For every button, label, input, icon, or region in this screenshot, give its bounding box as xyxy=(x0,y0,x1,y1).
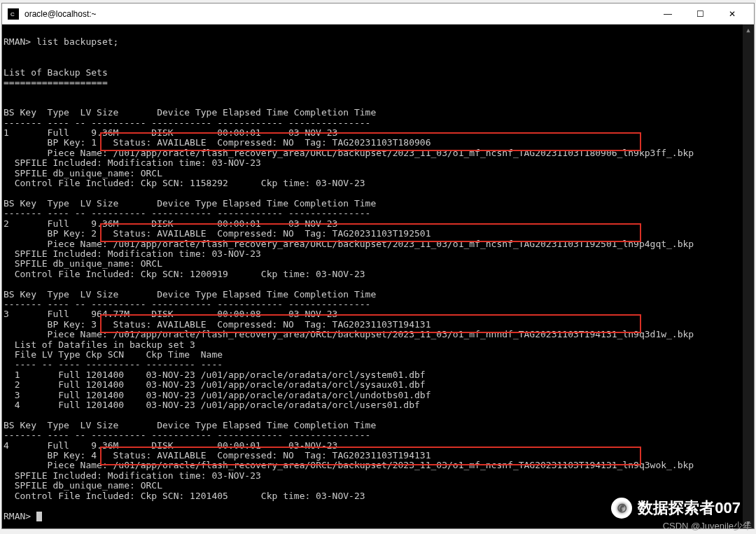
bs2-sp1: SPFILE Included: Modification time: 03-N… xyxy=(4,248,261,259)
col-dash4: ------- ---- -- ---------- ----------- -… xyxy=(4,430,370,440)
bs4-piece-label: Piece Name: xyxy=(4,460,113,470)
bs1-piece-label: Piece Name: xyxy=(4,148,113,158)
terminal-icon: C xyxy=(8,8,19,20)
bs3-piece-path: /u01/app/oracle/flash_recovery_area/ORCL… xyxy=(113,329,694,339)
bs3-df1: 1 Full 1201400 03-NOV-23 /u01/app/oracle… xyxy=(4,370,426,380)
bs1-ctrl: Control File Included: Ckp SCN: 1158292 … xyxy=(4,178,365,188)
watermark: ✆ 数据探索者007 xyxy=(611,498,741,519)
window-titlebar: C oracle@localhost:~ — ☐ ✕ xyxy=(2,3,754,24)
terminal-window: C oracle@localhost:~ — ☐ ✕ RMAN> list ba… xyxy=(1,3,755,529)
minimize-button[interactable]: — xyxy=(652,3,684,24)
window-title: oracle@localhost:~ xyxy=(24,9,652,19)
bs3-df-cols: File LV Type Ckp SCN Ckp Time Name xyxy=(4,349,223,360)
bs1-row: 1 Full 9.36M DISK 00:00:01 03-NOV-23 xyxy=(4,127,337,138)
bs2-ctrl: Control File Included: Ckp SCN: 1200919 … xyxy=(4,269,365,279)
scrollbar[interactable]: ▲ ▼ xyxy=(743,24,754,528)
col-header: BS Key Type LV Size Device Type Elapsed … xyxy=(4,107,376,118)
scroll-up-icon[interactable]: ▲ xyxy=(743,24,754,36)
col-header4: BS Key Type LV Size Device Type Elapsed … xyxy=(4,420,376,430)
bs3-row: 3 Full 964.77M DISK 00:00:08 03-NOV-23 xyxy=(4,309,337,319)
bs4-row: 4 Full 9.36M DISK 00:00:01 03-NOV-23 xyxy=(4,440,337,451)
bs3-df2: 2 Full 1201400 03-NOV-23 /u01/app/oracle… xyxy=(4,379,426,390)
col-dash3: ------- ---- -- ---------- ----------- -… xyxy=(4,299,370,309)
csdn-watermark: CSDN @Juvenile少年 xyxy=(663,520,752,533)
heading-underline: =================== xyxy=(4,77,108,87)
bs1-sp2: SPFILE db_unique_name: ORCL xyxy=(4,168,162,178)
bs2-bpkey: BP Key: 2 Status: AVAILABLE Compressed: … xyxy=(4,228,430,239)
col-dash2: ------- ---- -- ---------- ----------- -… xyxy=(4,208,370,218)
cursor xyxy=(36,512,42,521)
svg-text:C: C xyxy=(10,11,15,17)
bs3-df3: 3 Full 1201400 03-NOV-23 /u01/app/oracle… xyxy=(4,390,430,400)
bs1-piece-path: /u01/app/oracle/flash_recovery_area/ORCL… xyxy=(113,148,694,158)
bs1-bpkey: BP Key: 1 Status: AVAILABLE Compressed: … xyxy=(4,137,430,148)
bs3-df-head: List of Datafiles in backup set 3 xyxy=(4,339,195,350)
window-controls: — ☐ ✕ xyxy=(652,3,748,24)
bs2-piece-path: /u01/app/oracle/flash_recovery_area/ORCL… xyxy=(113,239,694,249)
bs3-df4: 4 Full 1201400 03-NOV-23 /u01/app/oracle… xyxy=(4,400,420,410)
bs4-sp1: SPFILE Included: Modification time: 03-N… xyxy=(4,470,261,481)
bs4-sp2: SPFILE db_unique_name: ORCL xyxy=(4,480,162,491)
bs3-piece-label: Piece Name: xyxy=(4,329,113,339)
col-header2: BS Key Type LV Size Device Type Elapsed … xyxy=(4,198,376,209)
bs2-row: 2 Full 9.36M DISK 00:00:01 03-NOV-23 xyxy=(4,218,337,229)
prompt: RMAN> xyxy=(4,36,31,47)
close-button[interactable]: ✕ xyxy=(716,3,748,24)
bs3-bpkey: BP Key: 3 Status: AVAILABLE Compressed: … xyxy=(4,319,430,330)
bs1-sp1: SPFILE Included: Modification time: 03-N… xyxy=(4,157,261,168)
bs4-ctrl: Control File Included: Ckp SCN: 1201405 … xyxy=(4,491,365,501)
heading: List of Backup Sets xyxy=(4,67,108,78)
command: list backupset; xyxy=(36,36,118,47)
wechat-icon: ✆ xyxy=(611,498,632,519)
bs2-piece-label: Piece Name: xyxy=(4,239,113,249)
prompt2: RMAN> xyxy=(4,511,31,521)
col-header3: BS Key Type LV Size Device Type Elapsed … xyxy=(4,289,376,300)
bs2-sp2: SPFILE db_unique_name: ORCL xyxy=(4,258,162,269)
bs4-piece-path: /u01/app/oracle/flash_recovery_area/ORCL… xyxy=(113,460,694,470)
col-dash: ------- ---- -- ---------- ----------- -… xyxy=(4,118,370,128)
watermark-text: 数据探索者007 xyxy=(638,498,741,519)
terminal-body[interactable]: RMAN> list backupset; List of Backup Set… xyxy=(2,24,754,528)
bs3-df-dash: ---- -- ---- ---------- --------- ---- xyxy=(4,359,223,370)
bs4-bpkey: BP Key: 4 Status: AVAILABLE Compressed: … xyxy=(4,450,430,461)
maximize-button[interactable]: ☐ xyxy=(684,3,716,24)
